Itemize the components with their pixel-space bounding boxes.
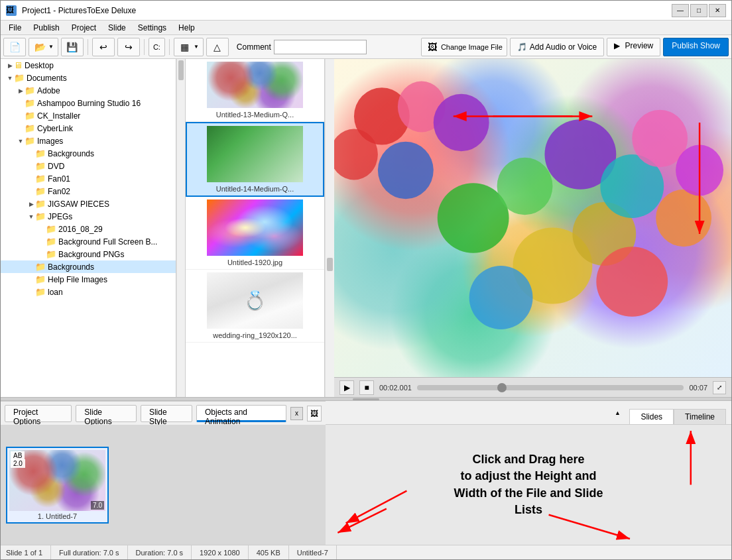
- slide-thumb-wrapper[interactable]: AB 2.0 7.0 1. Untitled-7: [6, 447, 109, 524]
- preview-button[interactable]: ▶ Preview: [607, 38, 660, 56]
- sort-button[interactable]: △: [206, 38, 229, 56]
- view-icon: ▦: [178, 40, 192, 54]
- project-options-button[interactable]: Project Options: [5, 405, 72, 422]
- tree-item-dvd[interactable]: 📁 DVD: [1, 160, 176, 172]
- tree-item-jigsaw[interactable]: ▶ 📁 JIGSAW PIECES: [1, 197, 176, 210]
- folder-icon-fan01: 📁: [35, 174, 46, 184]
- comment-label: Comment: [237, 42, 271, 52]
- tree-label-backgrounds: Backgrounds: [48, 149, 94, 158]
- file-thumb-1: [207, 62, 303, 108]
- tree-item-loan[interactable]: 📁 loan: [1, 286, 176, 298]
- tree-item-bgfull[interactable]: 📁 Background Full Screen B...: [1, 235, 176, 248]
- filelist-scrollbar[interactable]: [325, 59, 334, 397]
- expand-button[interactable]: ⤢: [713, 381, 726, 394]
- menu-publish[interactable]: Publish: [28, 22, 64, 34]
- triangle-up-button[interactable]: ▲: [611, 406, 624, 420]
- objects-animation-button[interactable]: Objects and Animation: [196, 405, 286, 422]
- status-full-duration: Full duration: 7.0 s: [51, 545, 128, 559]
- menu-help[interactable]: Help: [173, 22, 200, 34]
- new-button[interactable]: 📄: [3, 38, 26, 56]
- menu-file[interactable]: File: [3, 22, 27, 34]
- close-button[interactable]: ✕: [709, 4, 726, 17]
- folder-icon-backgrounds: 📁: [35, 148, 46, 158]
- tree-item-documents[interactable]: ▼ 📁 Documents: [1, 72, 176, 84]
- slides-tab[interactable]: Slides: [629, 409, 674, 424]
- comment-input[interactable]: [274, 40, 367, 54]
- change-image-label: Change Image File: [441, 43, 503, 51]
- status-resolution-text: 1920 x 1080: [200, 549, 240, 557]
- slide-style-button[interactable]: Slide Style: [141, 405, 192, 422]
- tree-item-jpegs[interactable]: ▼ 📁 JPEGs: [1, 210, 176, 223]
- separator3: [169, 39, 170, 55]
- save-button[interactable]: 💾: [61, 38, 84, 56]
- status-duration-text: Duration: 7.0 s: [136, 549, 184, 557]
- slide-icon-button[interactable]: 🖼: [307, 406, 322, 421]
- add-audio-button[interactable]: 🎵 Add Audio or Voice: [510, 38, 604, 56]
- tree-item-backgrounds[interactable]: 📁 Backgrounds: [1, 147, 176, 160]
- main-content: ▶ 🖥 Desktop ▼ 📁 Documents ▶ 📁 Adobe 📁: [1, 59, 731, 397]
- tree-item-2016[interactable]: 📁 2016_08_29: [1, 223, 176, 235]
- close-tab-button[interactable]: x: [290, 407, 303, 420]
- tree-label-adobe: Adobe: [37, 86, 60, 95]
- stop-button[interactable]: ■: [359, 380, 374, 395]
- tree-item-images[interactable]: ▼ 📁 Images: [1, 135, 176, 147]
- tree-label-bgfull: Background Full Screen B...: [58, 237, 157, 247]
- preview-label: Preview: [625, 41, 654, 50]
- tree-arrow-images: ▼: [17, 138, 25, 144]
- open-icon: 📂: [33, 40, 46, 54]
- open-button[interactable]: 📂 ▼: [29, 38, 58, 56]
- filelist-scroll-thumb[interactable]: [327, 258, 333, 271]
- maximize-button[interactable]: □: [690, 4, 707, 17]
- minimize-button[interactable]: —: [672, 4, 689, 17]
- preview-panel: ▶ ■ 00:02.001 00:07 ⤢: [334, 59, 731, 397]
- tree-item-desktop[interactable]: ▶ 🖥 Desktop: [1, 59, 176, 72]
- tree-item-cyberlink[interactable]: 📁 CyberLink: [1, 122, 176, 135]
- slide-label: 1. Untitled-7: [9, 512, 105, 520]
- toolbar: 📄 📂 ▼ 💾 ↩ ↪ C: ▦ ▼ △ Comment: [1, 35, 731, 59]
- tree-label-fan02: Fan02: [48, 187, 70, 196]
- list-item[interactable]: 💍 wedding-ring_1920x120...: [186, 270, 324, 343]
- redo-button[interactable]: ↪: [117, 38, 140, 56]
- slide-list-container: Project Options Slide Options Slide Styl…: [1, 401, 326, 545]
- tree-item-bg-selected[interactable]: 📁 Backgrounds: [1, 260, 176, 273]
- preview-controls: ▶ ■ 00:02.001 00:07 ⤢: [334, 377, 731, 397]
- timeline-thumb[interactable]: [497, 383, 507, 392]
- undo-button[interactable]: ↩: [92, 38, 115, 56]
- tree-item-ck[interactable]: 📁 CK_Installer: [1, 109, 176, 122]
- folder-icon-helpimages: 📁: [35, 274, 46, 284]
- drive-button[interactable]: C:: [149, 38, 165, 56]
- timeline-track[interactable]: [417, 385, 684, 390]
- menu-slide[interactable]: Slide: [103, 22, 131, 34]
- new-icon: 📄: [8, 40, 21, 54]
- tree-label-loan: loan: [48, 288, 63, 297]
- tree-item-helpimages[interactable]: 📁 Help File Images: [1, 273, 176, 286]
- status-full-duration-text: Full duration: 7.0 s: [59, 549, 119, 557]
- tree-scroll-thumb[interactable]: [178, 60, 184, 80]
- tree-scrollbar[interactable]: [176, 59, 186, 397]
- slide-list-scroll[interactable]: AB 2.0 7.0 1. Untitled-7: [1, 425, 326, 545]
- change-image-button[interactable]: 🖼 Change Image File: [421, 38, 507, 56]
- folder-icon-loan: 📁: [35, 287, 46, 297]
- status-duration: Duration: 7.0 s: [128, 545, 192, 559]
- file-name-3: Untitled-1920.jpg: [188, 258, 322, 266]
- svg-line-23: [549, 515, 630, 539]
- tree-item-fan01[interactable]: 📁 Fan01: [1, 172, 176, 185]
- tree-item-adobe[interactable]: ▶ 📁 Adobe: [1, 84, 176, 97]
- timeline-tab[interactable]: Timeline: [674, 409, 726, 424]
- tree-item-ashampoo[interactable]: 📁 Ashampoo Burning Studio 16: [1, 97, 176, 109]
- play-button[interactable]: ▶: [339, 380, 354, 395]
- status-filesize-text: 405 KB: [257, 549, 280, 557]
- slide-item-1[interactable]: AB 2.0 7.0 1. Untitled-7: [6, 447, 109, 524]
- view-button[interactable]: ▦ ▼: [174, 38, 204, 56]
- menu-project[interactable]: Project: [66, 22, 101, 34]
- menu-settings[interactable]: Settings: [133, 22, 172, 34]
- tree-arrow-jpegs: ▼: [27, 213, 35, 220]
- toolbar-right: 🖼 Change Image File 🎵 Add Audio or Voice…: [421, 38, 729, 56]
- list-item[interactable]: Untitled-14-Medium-Q...: [186, 122, 324, 197]
- list-item[interactable]: Untitled-1920.jpg: [186, 197, 324, 270]
- tree-item-bgpngs[interactable]: 📁 Background PNGs: [1, 248, 176, 260]
- list-item[interactable]: Untitled-13-Medium-Q...: [186, 59, 324, 122]
- publish-button[interactable]: Publish Show: [663, 38, 729, 56]
- tree-item-fan02[interactable]: 📁 Fan02: [1, 185, 176, 197]
- slide-options-button[interactable]: Slide Options: [76, 405, 137, 422]
